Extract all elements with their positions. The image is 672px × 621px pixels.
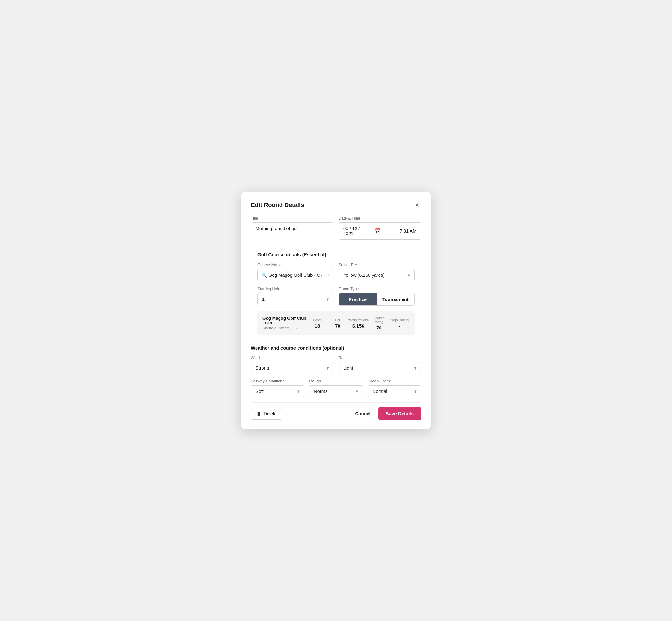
date-part[interactable]: 05 / 12 / 2021 📅 — [339, 223, 385, 239]
wind-rain-row: Wind Strong ▼ Rain Light ▼ — [251, 356, 421, 374]
rough-select-wrap: Normal ▼ — [309, 385, 363, 397]
fairway-rough-green-row: Fairway Conditions Soft ▼ Rough Normal ▼ — [251, 379, 421, 397]
yards-label: Yards(Yellow) — [348, 318, 369, 322]
title-input[interactable] — [251, 222, 333, 235]
course-rating-value: 70 — [369, 325, 389, 330]
game-type-label: Game Type — [339, 287, 415, 291]
course-tee-row: Course Name 🔍 ✕ Select Tee Yellow (6,156… — [257, 263, 415, 281]
tournament-button[interactable]: Tournament — [377, 293, 415, 305]
par-value: 70 — [328, 323, 348, 329]
green-speed-select[interactable]: Normal — [368, 385, 421, 397]
search-icon: 🔍 — [261, 272, 267, 278]
rain-group: Rain Light ▼ — [339, 356, 421, 374]
holes-label: Holes — [307, 318, 328, 322]
clear-icon[interactable]: ✕ — [326, 272, 330, 278]
rain-select[interactable]: Light — [339, 362, 421, 374]
golf-section-title: Golf Course details (Essential) — [257, 252, 415, 257]
slope-rating-value: - — [389, 323, 410, 329]
trash-icon: 🗑 — [257, 411, 261, 416]
calendar-icon: 📅 — [374, 228, 380, 234]
title-label: Title — [251, 216, 333, 220]
course-info-name: Gog Magog Golf Club - Old, — [262, 316, 307, 325]
modal-footer: 🗑 Delete Cancel Save Details — [251, 402, 421, 420]
title-group: Title — [251, 216, 333, 240]
green-speed-select-wrap: Normal ▼ — [368, 385, 421, 397]
datetime-group: Date & Time 05 / 12 / 2021 📅 7:31 AM — [339, 216, 421, 240]
wind-label: Wind — [251, 356, 333, 360]
time-part[interactable]: 7:31 AM — [385, 223, 421, 239]
fairway-select[interactable]: Soft — [251, 385, 304, 397]
select-tee-group: Select Tee Yellow (6,156 yards) ▼ — [339, 263, 415, 281]
rough-group: Rough Normal ▼ — [309, 379, 363, 397]
fairway-select-wrap: Soft ▼ — [251, 385, 304, 397]
modal-header: Edit Round Details × — [251, 201, 421, 209]
starting-hole-select[interactable]: 1 — [257, 293, 333, 305]
course-rating-label: Course rating — [369, 316, 389, 324]
delete-button[interactable]: 🗑 Delete — [251, 408, 282, 420]
select-tee-input[interactable]: Yellow (6,156 yards) — [339, 269, 415, 281]
slope-rating-label: Slope rating — [389, 318, 410, 322]
yards-col: Yards(Yellow) 6,156 — [348, 318, 369, 329]
yards-value: 6,156 — [348, 323, 369, 329]
modal-title: Edit Round Details — [251, 202, 304, 209]
delete-label: Delete — [264, 411, 277, 416]
holes-value: 18 — [307, 323, 328, 329]
starting-hole-label: Starting Hole — [257, 287, 333, 291]
close-button[interactable]: × — [413, 201, 421, 209]
slope-rating-col: Slope rating - — [389, 318, 410, 329]
weather-section: Weather and course conditions (optional)… — [251, 345, 421, 397]
course-name-label: Course Name — [257, 263, 333, 267]
title-datetime-row: Title Date & Time 05 / 12 / 2021 📅 7:31 … — [251, 216, 421, 240]
holes-col: Holes 18 — [307, 318, 328, 329]
rough-label: Rough — [309, 379, 363, 383]
green-speed-group: Green Speed Normal ▼ — [368, 379, 421, 397]
select-tee-label: Select Tee — [339, 263, 415, 267]
golf-course-section: Golf Course details (Essential) Course N… — [251, 245, 421, 338]
course-info-row: Gog Magog Golf Club - Old, Shelford Bott… — [257, 312, 415, 335]
course-name-input[interactable] — [257, 269, 333, 281]
edit-round-modal: Edit Round Details × Title Date & Time 0… — [241, 192, 431, 429]
game-type-toggle: Practice Tournament — [339, 293, 415, 306]
course-info-name-col: Gog Magog Golf Club - Old, Shelford Bott… — [262, 316, 307, 330]
save-button[interactable]: Save Details — [378, 407, 421, 420]
weather-section-title: Weather and course conditions (optional) — [251, 345, 421, 350]
hole-gametype-row: Starting Hole 1 ▼ Game Type Practice Tou… — [257, 287, 415, 306]
fairway-label: Fairway Conditions — [251, 379, 304, 383]
footer-right-actions: Cancel Save Details — [353, 407, 421, 420]
date-value: 05 / 12 / 2021 — [343, 226, 371, 236]
starting-hole-wrap: 1 ▼ — [257, 293, 333, 305]
wind-select[interactable]: Strong — [251, 362, 333, 374]
datetime-label: Date & Time — [339, 216, 421, 220]
course-name-group: Course Name 🔍 ✕ — [257, 263, 333, 281]
fairway-group: Fairway Conditions Soft ▼ — [251, 379, 304, 397]
course-rating-col: Course rating 70 — [369, 316, 389, 330]
select-tee-wrap: Yellow (6,156 yards) ▼ — [339, 269, 415, 281]
date-time-field: 05 / 12 / 2021 📅 7:31 AM — [339, 222, 421, 240]
wind-select-wrap: Strong ▼ — [251, 362, 333, 374]
par-label: Par — [328, 318, 348, 322]
rain-label: Rain — [339, 356, 421, 360]
time-value: 7:31 AM — [400, 229, 416, 234]
par-col: Par 70 — [328, 318, 348, 329]
practice-button[interactable]: Practice — [339, 293, 377, 305]
rain-select-wrap: Light ▼ — [339, 362, 421, 374]
wind-group: Wind Strong ▼ — [251, 356, 333, 374]
rough-select[interactable]: Normal — [309, 385, 363, 397]
game-type-group: Game Type Practice Tournament — [339, 287, 415, 306]
cancel-button[interactable]: Cancel — [353, 408, 372, 419]
course-info-location: Shelford Bottom, UK — [262, 326, 307, 330]
course-name-input-wrap: 🔍 ✕ — [257, 269, 333, 281]
starting-hole-group: Starting Hole 1 ▼ — [257, 287, 333, 306]
green-speed-label: Green Speed — [368, 379, 421, 383]
